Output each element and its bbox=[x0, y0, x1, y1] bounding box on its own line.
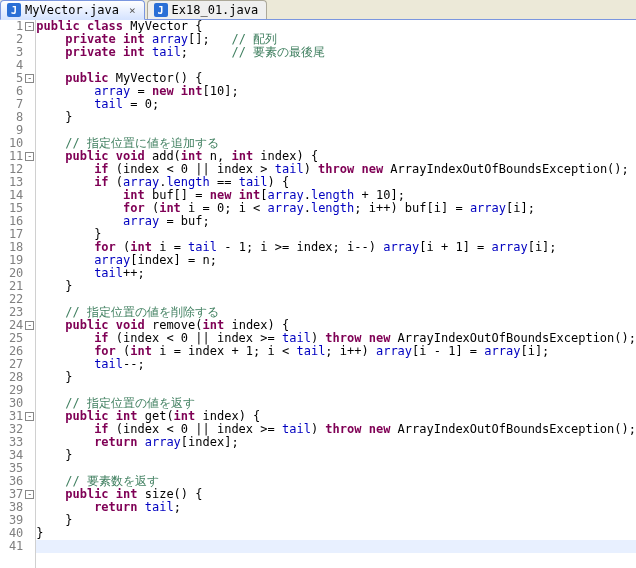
tab-label: MyVector.java bbox=[25, 3, 119, 17]
code-line[interactable] bbox=[36, 540, 636, 553]
code-line[interactable]: } bbox=[36, 111, 636, 124]
code-line[interactable]: } bbox=[36, 371, 636, 384]
java-file-icon: J bbox=[7, 3, 21, 17]
code-line[interactable]: } bbox=[36, 449, 636, 462]
code-line[interactable]: tail--; bbox=[36, 358, 636, 371]
fold-toggle-icon[interactable]: - bbox=[25, 490, 34, 499]
tab-ex18-01[interactable]: J Ex18_01.java bbox=[147, 0, 268, 19]
line-gutter: 1-2345-67891011-121314151617181920212223… bbox=[0, 20, 36, 568]
fold-toggle-icon[interactable]: - bbox=[25, 22, 34, 31]
java-file-icon: J bbox=[154, 3, 168, 17]
code-line[interactable]: } bbox=[36, 514, 636, 527]
code-line[interactable]: private int tail; // 要素の最後尾 bbox=[36, 46, 636, 59]
line-number: 41 bbox=[0, 540, 35, 553]
code-line[interactable]: return tail; bbox=[36, 501, 636, 514]
fold-toggle-icon[interactable]: - bbox=[25, 412, 34, 421]
fold-toggle-icon[interactable]: - bbox=[25, 321, 34, 330]
editor-tab-bar: J MyVector.java × J Ex18_01.java bbox=[0, 0, 636, 20]
editor: 1-2345-67891011-121314151617181920212223… bbox=[0, 20, 636, 568]
tab-myvector[interactable]: J MyVector.java × bbox=[0, 0, 145, 20]
tab-label: Ex18_01.java bbox=[172, 3, 259, 17]
code-line[interactable]: } bbox=[36, 527, 636, 540]
code-line[interactable]: return array[index]; bbox=[36, 436, 636, 449]
fold-toggle-icon[interactable]: - bbox=[25, 74, 34, 83]
code-line[interactable]: array = buf; bbox=[36, 215, 636, 228]
fold-toggle-icon[interactable]: - bbox=[25, 152, 34, 161]
code-line[interactable]: } bbox=[36, 280, 636, 293]
close-icon[interactable]: × bbox=[129, 4, 136, 17]
code-line[interactable]: tail = 0; bbox=[36, 98, 636, 111]
code-area[interactable]: public class MyVector { private int arra… bbox=[36, 20, 636, 568]
code-line[interactable]: tail++; bbox=[36, 267, 636, 280]
